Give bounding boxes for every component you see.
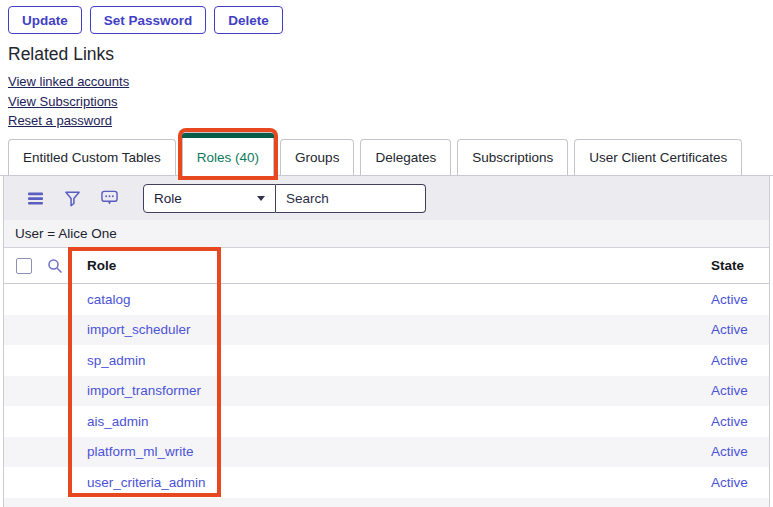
next-row-partial [4,498,769,507]
table-row-import-scheduler[interactable]: import_scheduler Active [4,315,769,346]
list-menu-icon[interactable] [26,189,44,207]
tab-subscriptions[interactable]: Subscriptions [457,139,568,175]
role-link[interactable]: import_scheduler [87,322,711,337]
chat-icon[interactable] [100,189,118,207]
related-link-view-subscriptions[interactable]: View Subscriptions [8,94,129,109]
table-row-sp-admin[interactable]: sp_admin Active [4,345,769,376]
search-input[interactable] [276,184,426,213]
select-all-checkbox[interactable] [16,258,32,274]
related-links-section: Related Links View linked accounts View … [8,44,129,133]
state-value[interactable]: Active [711,292,769,307]
chevron-down-icon [257,196,265,201]
column-header-state[interactable]: State [711,258,769,273]
role-link[interactable]: sp_admin [87,353,711,368]
table-row-platform-ml-write[interactable]: platform_ml_write Active [4,437,769,468]
role-link[interactable]: import_transformer [87,383,711,398]
state-value[interactable]: Active [711,322,769,337]
role-link[interactable]: catalog [87,292,711,307]
table-row-catalog[interactable]: catalog Active [4,284,769,315]
tab-entitled-custom-tables[interactable]: Entitled Custom Tables [8,139,176,175]
action-bar: Update Set Password Delete [8,6,283,34]
related-link-reset-a-password[interactable]: Reset a password [8,113,129,128]
role-link[interactable]: user_criteria_admin [87,475,711,490]
column-header-role[interactable]: Role [87,258,711,273]
list-breadcrumb-row: User = Alice One [4,220,769,248]
set-password-button[interactable]: Set Password [90,6,207,34]
related-links-list: View linked accounts View Subscriptions … [8,74,129,128]
role-link[interactable]: ais_admin [87,414,711,429]
user-record-screen: Update Set Password Delete Related Links… [0,0,773,507]
search-column-value: Role [154,191,182,206]
roles-list-panel: Role User = Alice One Role State catalog… [3,176,770,507]
tab-roles-40[interactable]: Roles (40) [182,132,274,176]
table-row-user-criteria-admin[interactable]: user_criteria_admin Active [4,467,769,498]
table-row-ais-admin[interactable]: ais_admin Active [4,406,769,437]
table-header: Role State [4,248,769,284]
update-button[interactable]: Update [8,6,82,34]
role-link[interactable]: platform_ml_write [87,444,711,459]
state-value[interactable]: Active [711,383,769,398]
state-value[interactable]: Active [711,353,769,368]
tabstrip: Entitled Custom Tables Roles (40) Groups… [8,132,748,176]
table-row-import-transformer[interactable]: import_transformer Active [4,376,769,407]
related-link-view-linked-accounts[interactable]: View linked accounts [8,74,129,89]
state-value[interactable]: Active [711,444,769,459]
tab-user-client-certificates[interactable]: User Client Certificates [574,139,742,175]
tab-groups[interactable]: Groups [280,139,354,175]
related-links-title: Related Links [8,44,129,65]
filter-icon[interactable] [63,189,81,207]
list-toolbar: Role [4,176,769,220]
search-row-icon[interactable] [46,257,64,275]
delete-button[interactable]: Delete [214,6,283,34]
breadcrumb[interactable]: User = Alice One [15,226,117,241]
state-value[interactable]: Active [711,475,769,490]
table-body: catalog Active import_scheduler Active s… [4,284,769,498]
state-value[interactable]: Active [711,414,769,429]
search-column-select[interactable]: Role [143,184,276,213]
tab-delegates[interactable]: Delegates [360,139,451,175]
